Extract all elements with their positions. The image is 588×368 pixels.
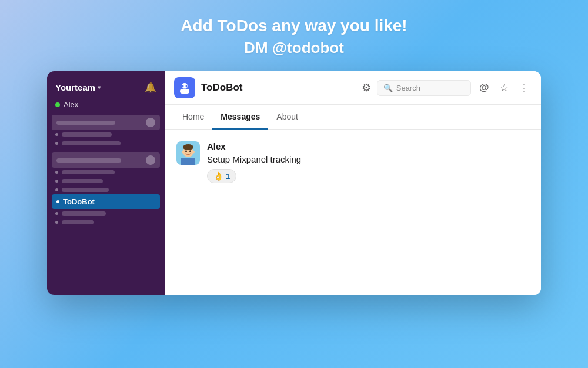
message-body: Alex Setup Mixpanel tracking 👌 1 bbox=[207, 141, 529, 183]
settings-icon[interactable]: ⚙ bbox=[362, 81, 371, 94]
message-row: Alex Setup Mixpanel tracking 👌 1 bbox=[176, 141, 529, 183]
sidebar-item-todobot[interactable]: ToDoBot bbox=[52, 194, 160, 209]
row-dot bbox=[55, 171, 58, 174]
channel-bar2 bbox=[56, 158, 121, 163]
app-header: ToDoBot ⚙ 🔍 Search @ ☆ ⋮ bbox=[165, 71, 541, 105]
svg-rect-2 bbox=[180, 89, 189, 94]
badge2 bbox=[146, 155, 155, 165]
headline-line2: DM @todobot bbox=[181, 39, 407, 57]
headline-area: Add ToDos any way you like! DM @todobot bbox=[169, 0, 419, 71]
sidebar-row bbox=[47, 218, 165, 227]
svg-point-10 bbox=[189, 150, 191, 152]
message-text: Setup Mixpanel tracking bbox=[207, 153, 529, 165]
svg-point-3 bbox=[182, 85, 184, 87]
sidebar-header: Yourteam ▾ 🔔 bbox=[47, 78, 165, 99]
row-dot bbox=[55, 221, 58, 224]
sidebar-row bbox=[47, 209, 165, 218]
sidebar-channel-highlighted2[interactable] bbox=[52, 152, 160, 168]
at-icon[interactable]: @ bbox=[477, 81, 492, 95]
messages-area: Alex Setup Mixpanel tracking 👌 1 bbox=[165, 130, 541, 295]
bot-avatar bbox=[174, 77, 195, 98]
svg-point-9 bbox=[185, 150, 187, 152]
star-icon[interactable]: ☆ bbox=[497, 81, 511, 95]
sidebar-row bbox=[47, 177, 165, 185]
sidebar-row bbox=[47, 168, 165, 177]
search-icon: 🔍 bbox=[383, 84, 393, 92]
row-dot bbox=[55, 142, 58, 145]
user-status: Alex bbox=[47, 99, 165, 115]
svg-rect-6 bbox=[181, 158, 195, 165]
user-avatar bbox=[176, 141, 200, 165]
headline-line1: Add ToDos any way you like! bbox=[181, 16, 407, 35]
main-content: ToDoBot ⚙ 🔍 Search @ ☆ ⋮ Home Messages A… bbox=[165, 71, 541, 295]
sidebar: Yourteam ▾ 🔔 Alex bbox=[47, 71, 165, 295]
tab-messages[interactable]: Messages bbox=[212, 105, 268, 130]
active-dot bbox=[56, 200, 59, 203]
svg-point-12 bbox=[192, 151, 195, 154]
svg-point-4 bbox=[186, 85, 188, 87]
sidebar-row bbox=[47, 130, 165, 139]
reaction-count: 1 bbox=[226, 172, 230, 181]
todobot-label: ToDoBot bbox=[63, 197, 95, 206]
chevron-down-icon: ▾ bbox=[98, 84, 101, 91]
username-label: Alex bbox=[64, 100, 78, 109]
row-dot bbox=[55, 212, 58, 215]
svg-point-11 bbox=[182, 151, 184, 154]
row-dot bbox=[55, 133, 58, 136]
reaction-emoji: 👌 bbox=[213, 171, 223, 181]
app-window: Yourteam ▾ 🔔 Alex bbox=[47, 71, 541, 295]
reaction-button[interactable]: 👌 1 bbox=[207, 169, 236, 183]
badge bbox=[146, 118, 155, 127]
message-sender: Alex bbox=[207, 141, 529, 151]
sidebar-channel-highlighted[interactable] bbox=[52, 115, 160, 130]
search-bar[interactable]: 🔍 Search bbox=[377, 80, 471, 96]
sidebar-row bbox=[47, 185, 165, 194]
more-icon[interactable]: ⋮ bbox=[517, 81, 532, 95]
row-dot bbox=[55, 188, 58, 191]
row-dot bbox=[55, 180, 58, 183]
bell-icon[interactable]: 🔔 bbox=[145, 82, 156, 93]
svg-point-8 bbox=[183, 144, 193, 150]
tabs-bar: Home Messages About bbox=[165, 105, 541, 130]
bot-name-label: ToDoBot bbox=[201, 82, 243, 94]
search-placeholder-text: Search bbox=[396, 84, 420, 92]
sidebar-row bbox=[47, 139, 165, 148]
channel-bar bbox=[56, 121, 115, 125]
workspace-name[interactable]: Yourteam ▾ bbox=[55, 82, 101, 92]
online-status-dot bbox=[55, 102, 60, 107]
tab-home[interactable]: Home bbox=[174, 105, 212, 130]
tab-about[interactable]: About bbox=[268, 105, 306, 130]
